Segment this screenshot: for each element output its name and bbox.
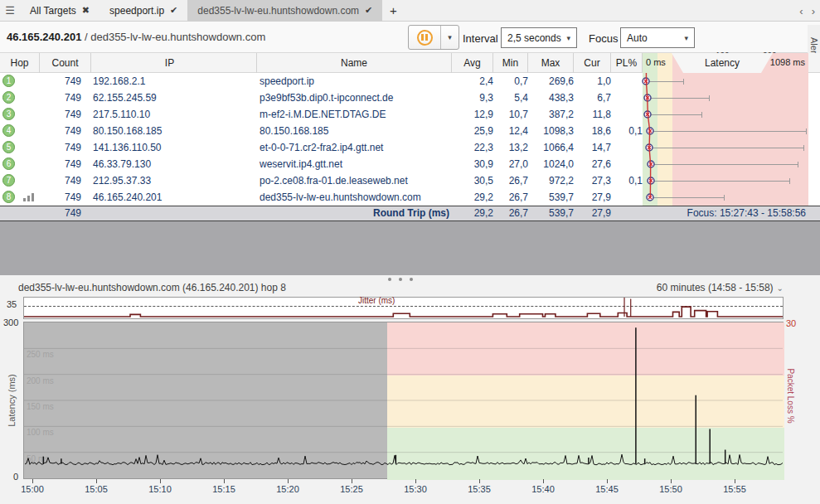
minmax-whisker bbox=[654, 181, 790, 182]
hop-row[interactable]: 3 749 217.5.110.10 m-ef2-i.M.DE.NET.DTAG… bbox=[0, 106, 820, 123]
hop-row[interactable]: 6 749 46.33.79.130 weservit.ip4.gtt.net … bbox=[0, 156, 820, 172]
x-tick-label: 15:15 bbox=[206, 484, 242, 494]
trace-table: HopCountIPNameAvgMinMaxCurPL% 0 ms Laten… bbox=[0, 53, 820, 221]
check-icon[interactable]: ✔ bbox=[170, 5, 177, 16]
loss-axis-max: 30 bbox=[786, 318, 796, 328]
max-cell: 972,2 bbox=[528, 172, 574, 189]
splitter-handle[interactable] bbox=[388, 278, 413, 281]
check-icon[interactable]: ✔ bbox=[365, 5, 372, 16]
ip-cell: 217.5.110.10 bbox=[93, 106, 255, 123]
target-tab[interactable]: ded355-lv-lw-eu.huntshowdown.com ✔ bbox=[187, 0, 382, 21]
avg-cell: 30,5 bbox=[452, 172, 493, 189]
x-tick bbox=[671, 479, 672, 483]
hop-row[interactable]: 8 749 46.165.240.201 ded355-lv-lw-eu.hun… bbox=[0, 189, 820, 206]
ip-cell: 192.168.2.1 bbox=[93, 73, 255, 90]
avg-cell: 25,9 bbox=[452, 123, 493, 139]
target-tab[interactable]: All Targets ✖ bbox=[20, 0, 99, 21]
hop-row[interactable]: 4 749 80.150.168.185 80.150.168.185 25,9… bbox=[0, 123, 820, 139]
pause-dropdown-button[interactable]: ▾ bbox=[441, 26, 459, 49]
hop-number-badge: 7 bbox=[2, 174, 15, 187]
ip-cell: 212.95.37.33 bbox=[93, 172, 255, 189]
name-cell: speedport.ip bbox=[260, 73, 450, 90]
hop-number-badge: 6 bbox=[2, 158, 15, 170]
count-cell: 749 bbox=[40, 106, 81, 123]
column-header-cur[interactable]: Cur bbox=[574, 53, 611, 73]
tab-scroll-left-icon[interactable]: ‹ bbox=[799, 5, 803, 17]
ip-cell: 62.155.245.59 bbox=[93, 90, 255, 106]
hop-row[interactable]: 2 749 62.155.245.59 p3e9bf53b.dip0.t-ipc… bbox=[0, 90, 820, 106]
tab-scroll-right-icon[interactable]: › bbox=[812, 5, 815, 17]
x-tick-label: 15:20 bbox=[269, 484, 306, 494]
hop-row[interactable]: 5 749 141.136.110.50 et-0-0-71.cr2-fra2.… bbox=[0, 139, 820, 156]
latency-axis-max: 300 bbox=[3, 317, 18, 327]
max-cap bbox=[701, 112, 702, 118]
x-tick-label: 15:00 bbox=[14, 484, 51, 494]
count-cell: 749 bbox=[40, 139, 81, 156]
latency-column-header[interactable]: 0 ms Latency 1098 ms bbox=[643, 53, 808, 73]
avg-marker-icon bbox=[647, 160, 655, 168]
hop-number-badge: 8 bbox=[2, 191, 15, 203]
menu-icon[interactable]: ☰ bbox=[0, 0, 20, 21]
name-cell: weservit.ip4.gtt.net bbox=[260, 156, 450, 172]
x-tick bbox=[96, 479, 97, 483]
x-tick-label: 15:45 bbox=[589, 484, 625, 494]
target-tab[interactable]: speedport.ip ✔ bbox=[99, 0, 187, 21]
cur-cell: 14,7 bbox=[574, 139, 611, 156]
x-tick bbox=[224, 479, 225, 483]
max-cap bbox=[724, 195, 725, 201]
column-header-hop[interactable]: Hop bbox=[0, 53, 40, 73]
pl-cell bbox=[611, 90, 643, 106]
panel-splitter-area[interactable] bbox=[0, 221, 820, 275]
avg-cell: 9,3 bbox=[452, 90, 493, 106]
target-header: 46.165.240.201 / ded355-lv-lw-eu.huntsho… bbox=[0, 22, 820, 53]
pause-button[interactable] bbox=[409, 26, 441, 49]
time-range-selector[interactable]: 60 minutes (14:58 - 15:58)⌄ bbox=[657, 282, 784, 293]
tab-bar: ☰ All Targets ✖ speedport.ip ✔ ded355-lv… bbox=[0, 0, 820, 22]
ip-cell: 46.33.79.130 bbox=[93, 156, 255, 172]
hop-row[interactable]: 1 749 192.168.2.1 speedport.ip 2,4 0,7 2… bbox=[0, 73, 820, 90]
cur-cell: 27,3 bbox=[574, 172, 611, 189]
target-title: 46.165.240.201 / ded355-lv-lw-eu.huntsho… bbox=[7, 31, 265, 43]
ip-cell: 141.136.110.50 bbox=[93, 139, 255, 156]
max-cap bbox=[806, 128, 807, 134]
close-icon[interactable]: ✖ bbox=[82, 5, 90, 16]
x-tick bbox=[288, 479, 289, 483]
avg-marker-icon bbox=[642, 77, 650, 85]
min-cell: 27,0 bbox=[493, 156, 528, 172]
timeline-title: ded355-lv-lw-eu.huntshowdown.com (46.165… bbox=[18, 282, 286, 293]
tabs: All Targets ✖ speedport.ip ✔ ded355-lv-l… bbox=[20, 0, 382, 21]
avg-cell: 30,9 bbox=[452, 156, 493, 172]
caret-down-icon: ▾ bbox=[684, 34, 688, 42]
max-cell: 539,7 bbox=[528, 189, 574, 206]
column-header-max[interactable]: Max bbox=[528, 53, 574, 73]
count-cell: 749 bbox=[40, 73, 81, 90]
x-tick bbox=[32, 479, 33, 483]
interval-select[interactable]: 2,5 seconds ▾ bbox=[501, 27, 577, 48]
x-tick-label: 15:25 bbox=[333, 484, 370, 494]
pause-button-group: ▾ bbox=[408, 25, 459, 50]
column-header-ip[interactable]: IP bbox=[83, 53, 257, 73]
max-cell: 1066,4 bbox=[528, 139, 574, 156]
hop-row[interactable]: 7 749 212.95.37.33 po-2.ce08.fra-01.de.l… bbox=[0, 172, 820, 189]
tab-label: ded355-lv-lw-eu.huntshowdown.com bbox=[197, 5, 359, 17]
latency-whisker-cell bbox=[643, 90, 808, 106]
avg-cell: 22,3 bbox=[452, 139, 493, 156]
column-header-pl[interactable]: PL% bbox=[611, 53, 643, 73]
x-tick-label: 15:50 bbox=[653, 484, 689, 494]
focus-select[interactable]: Auto ▾ bbox=[620, 27, 695, 48]
timeline-chart-icon bbox=[23, 193, 35, 201]
avg-cell: 2,4 bbox=[452, 73, 493, 90]
avg-marker-icon bbox=[646, 193, 654, 201]
avg-marker-icon bbox=[646, 127, 654, 135]
minmax-whisker bbox=[653, 131, 806, 132]
jitter-strip[interactable] bbox=[23, 297, 784, 319]
x-tick-label: 15:35 bbox=[461, 484, 497, 494]
count-cell: 749 bbox=[40, 172, 81, 189]
column-header-min[interactable]: Min bbox=[493, 53, 528, 73]
name-cell: p3e9bf53b.dip0.t-ipconnect.de bbox=[260, 90, 450, 106]
count-cell: 749 bbox=[40, 156, 81, 172]
column-header-name[interactable]: Name bbox=[257, 53, 452, 73]
latency-graph[interactable]: 250 ms200 ms150 ms100 ms50 ms bbox=[23, 322, 784, 479]
column-header-avg[interactable]: Avg bbox=[452, 53, 493, 73]
new-tab-button[interactable]: + bbox=[382, 0, 404, 21]
